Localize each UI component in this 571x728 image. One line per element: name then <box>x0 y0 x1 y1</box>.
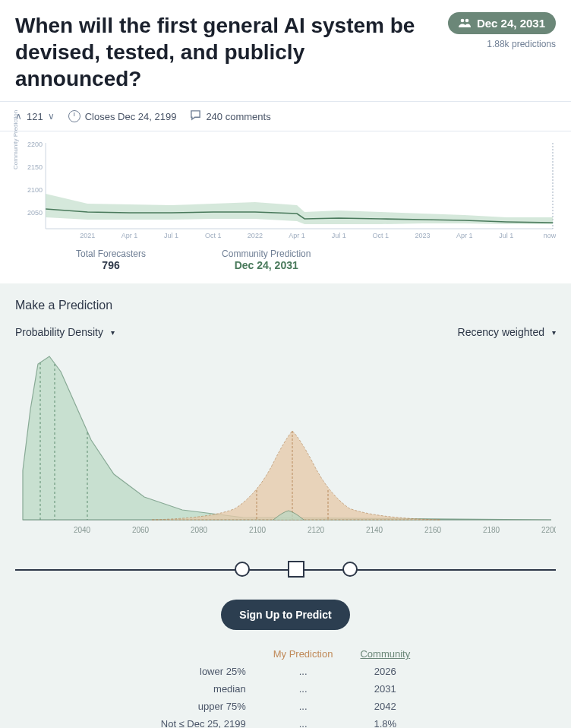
svg-text:now: now <box>544 232 556 239</box>
svg-text:Apr 1: Apr 1 <box>456 232 473 239</box>
chevron-down-icon: ▾ <box>552 328 556 337</box>
vote-count: 121 <box>27 111 43 122</box>
svg-text:Oct 1: Oct 1 <box>205 232 222 239</box>
svg-point-0 <box>461 19 465 23</box>
svg-text:2160: 2160 <box>424 526 442 534</box>
clock-icon <box>68 110 80 122</box>
svg-text:2080: 2080 <box>191 526 208 534</box>
row-community: 2026 <box>346 663 424 680</box>
svg-text:Apr 1: Apr 1 <box>289 232 305 239</box>
comments-link[interactable]: 240 comments <box>190 109 270 123</box>
svg-point-1 <box>465 19 469 23</box>
comments-label: 240 comments <box>206 111 270 122</box>
row-label: upper 75% <box>147 698 260 715</box>
closes-label: Closes Dec 24, 2199 <box>85 111 177 122</box>
timeseries-chart: Community Prediction 2200 2150 2100 2050… <box>15 139 556 245</box>
vote-control: ∧ 121 ∨ <box>15 111 55 122</box>
slider-track <box>15 569 556 571</box>
svg-text:Jul 1: Jul 1 <box>332 232 346 239</box>
badge-value: Dec 24, 2031 <box>477 17 545 30</box>
dropdown-label: Probability Density <box>15 326 103 338</box>
people-icon <box>459 17 471 30</box>
svg-text:2150: 2150 <box>27 163 43 171</box>
row-community: 2042 <box>346 698 424 715</box>
ts-ylabel: Community Prediction <box>12 110 19 169</box>
weighting-dropdown[interactable]: Recency weighted ▾ <box>458 326 556 338</box>
svg-text:2060: 2060 <box>132 526 150 534</box>
slider-handle-lower[interactable] <box>235 562 250 577</box>
density-chart: 204020602080 210021202140 216021802200 <box>15 349 556 539</box>
prediction-stats-table: My Prediction Community lower 25% ... 20… <box>147 645 424 728</box>
row-label: Not ≤ Dec 25, 2199 <box>147 715 260 728</box>
svg-text:2023: 2023 <box>415 232 430 239</box>
predict-title: Make a Prediction <box>15 299 556 312</box>
row-label: lower 25% <box>147 663 260 680</box>
question-title: When will the first general AI system be… <box>15 12 436 92</box>
table-row: lower 25% ... 2026 <box>147 663 424 680</box>
ts-stat-value: Dec 24, 2031 <box>222 259 311 271</box>
svg-text:2200: 2200 <box>27 141 43 148</box>
community-prediction-badge: Dec 24, 2031 <box>448 12 556 34</box>
density-type-dropdown[interactable]: Probability Density ▾ <box>15 326 115 338</box>
svg-text:2180: 2180 <box>483 526 500 534</box>
slider-handle-upper[interactable] <box>342 562 358 577</box>
downvote-icon[interactable]: ∨ <box>48 111 55 122</box>
row-label: median <box>147 680 260 698</box>
ts-stat-label: Total Forecasters <box>76 248 146 259</box>
svg-text:2040: 2040 <box>74 526 91 534</box>
chevron-down-icon: ▾ <box>111 328 115 337</box>
table-row: upper 75% ... 2042 <box>147 698 424 715</box>
row-my: ... <box>260 698 347 715</box>
row-community: 2031 <box>346 680 424 698</box>
svg-text:Jul 1: Jul 1 <box>499 232 513 239</box>
svg-text:2021: 2021 <box>80 232 95 239</box>
meta-row: ∧ 121 ∨ Closes Dec 24, 2199 240 comments <box>0 101 571 131</box>
ts-stat-label: Community Prediction <box>222 248 311 259</box>
svg-text:2140: 2140 <box>366 526 383 534</box>
svg-text:2100: 2100 <box>249 526 267 534</box>
svg-text:Apr 1: Apr 1 <box>121 232 138 239</box>
svg-text:2200: 2200 <box>541 526 556 534</box>
table-row: median ... 2031 <box>147 680 424 698</box>
svg-text:2120: 2120 <box>308 526 325 534</box>
slider-handle-median[interactable] <box>288 561 304 578</box>
dropdown-label: Recency weighted <box>458 326 544 338</box>
svg-text:Jul 1: Jul 1 <box>164 232 178 239</box>
svg-text:Oct 1: Oct 1 <box>373 232 390 239</box>
row-my: ... <box>260 663 347 680</box>
predictions-count: 1.88k predictions <box>487 39 556 49</box>
svg-text:2100: 2100 <box>27 186 43 194</box>
signup-button[interactable]: Sign Up to Predict <box>221 600 349 630</box>
row-community: 1.8% <box>346 715 424 728</box>
my-prediction-header: My Prediction <box>260 645 347 663</box>
ts-stat-value: 796 <box>76 259 146 271</box>
table-row: Not ≤ Dec 25, 2199 ... 1.8% <box>147 715 424 728</box>
community-header[interactable]: Community <box>346 645 424 663</box>
row-my: ... <box>260 680 347 698</box>
svg-text:2022: 2022 <box>248 232 263 239</box>
closes-info: Closes Dec 24, 2199 <box>68 110 177 122</box>
ts-stat: Total Forecasters 796 <box>76 248 146 271</box>
svg-text:2050: 2050 <box>27 209 43 217</box>
ts-stat: Community Prediction Dec 24, 2031 <box>222 248 311 271</box>
prediction-slider[interactable] <box>15 554 556 584</box>
comment-icon <box>190 109 201 123</box>
row-my: ... <box>260 715 347 728</box>
